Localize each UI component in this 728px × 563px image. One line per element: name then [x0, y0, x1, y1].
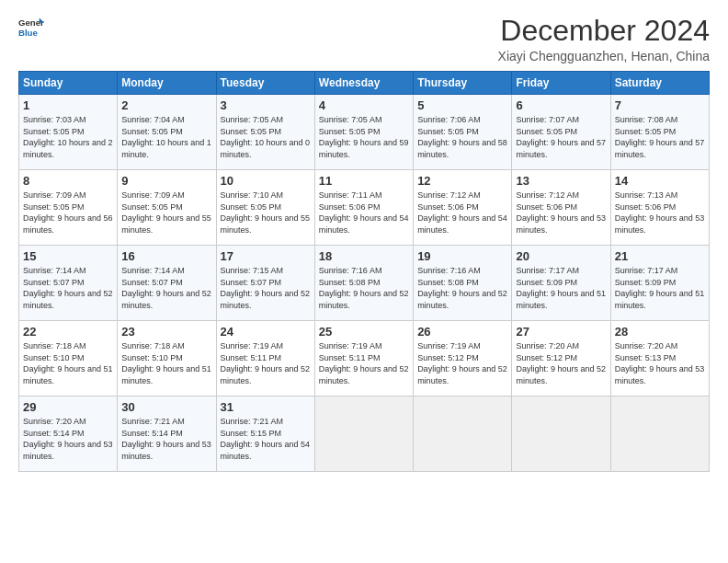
calendar-cell: 21Sunrise: 7:17 AMSunset: 5:09 PMDayligh…: [610, 246, 709, 321]
calendar-cell: 12Sunrise: 7:12 AMSunset: 5:06 PMDayligh…: [414, 170, 512, 246]
day-number: 26: [417, 325, 507, 339]
cell-info: Sunrise: 7:11 AMSunset: 5:06 PMDaylight:…: [319, 190, 409, 236]
svg-text:Blue: Blue: [18, 28, 38, 38]
calendar-cell: 5Sunrise: 7:06 AMSunset: 5:05 PMDaylight…: [414, 95, 512, 170]
cell-info: Sunrise: 7:17 AMSunset: 5:09 PMDaylight:…: [615, 265, 705, 311]
cell-info: Sunrise: 7:07 AMSunset: 5:05 PMDaylight:…: [516, 114, 606, 160]
calendar-cell: 22Sunrise: 7:18 AMSunset: 5:10 PMDayligh…: [19, 321, 118, 396]
day-number: 6: [516, 98, 606, 112]
day-number: 11: [319, 174, 409, 188]
day-number: 24: [221, 325, 311, 339]
day-number: 1: [23, 98, 113, 112]
cell-info: Sunrise: 7:19 AMSunset: 5:12 PMDaylight:…: [417, 340, 507, 386]
calendar-cell: 1Sunrise: 7:03 AMSunset: 5:05 PMDaylight…: [19, 95, 118, 170]
header-row: SundayMondayTuesdayWednesdayThursdayFrid…: [19, 72, 710, 95]
calendar-cell: 2Sunrise: 7:04 AMSunset: 5:05 PMDaylight…: [118, 95, 216, 170]
location: Xiayi Chengguanzhen, Henan, China: [498, 49, 710, 63]
day-number: 2: [121, 98, 211, 112]
calendar-cell: 14Sunrise: 7:13 AMSunset: 5:06 PMDayligh…: [610, 170, 709, 246]
calendar-cell: 4Sunrise: 7:05 AMSunset: 5:05 PMDaylight…: [314, 95, 413, 170]
calendar-table: SundayMondayTuesdayWednesdayThursdayFrid…: [18, 71, 710, 472]
calendar-cell: 17Sunrise: 7:15 AMSunset: 5:07 PMDayligh…: [216, 246, 314, 321]
day-number: 3: [221, 98, 311, 112]
day-number: 10: [221, 174, 311, 188]
header-cell-saturday: Saturday: [610, 72, 709, 95]
day-number: 21: [615, 249, 705, 263]
cell-info: Sunrise: 7:16 AMSunset: 5:08 PMDaylight:…: [319, 265, 409, 311]
calendar-cell: [414, 396, 512, 472]
day-number: 5: [417, 98, 507, 112]
day-number: 9: [121, 174, 211, 188]
cell-info: Sunrise: 7:12 AMSunset: 5:06 PMDaylight:…: [516, 190, 606, 236]
cell-info: Sunrise: 7:04 AMSunset: 5:05 PMDaylight:…: [121, 114, 211, 160]
day-number: 13: [516, 174, 606, 188]
calendar-cell: [610, 396, 709, 472]
calendar-cell: 20Sunrise: 7:17 AMSunset: 5:09 PMDayligh…: [512, 246, 610, 321]
week-row-3: 15Sunrise: 7:14 AMSunset: 5:07 PMDayligh…: [19, 246, 710, 321]
day-number: 25: [319, 325, 409, 339]
title-block: December 2024 Xiayi Chengguanzhen, Henan…: [498, 15, 710, 63]
day-number: 30: [121, 400, 211, 414]
calendar-cell: 11Sunrise: 7:11 AMSunset: 5:06 PMDayligh…: [314, 170, 413, 246]
calendar-cell: 13Sunrise: 7:12 AMSunset: 5:06 PMDayligh…: [512, 170, 610, 246]
calendar-cell: 10Sunrise: 7:10 AMSunset: 5:05 PMDayligh…: [216, 170, 314, 246]
cell-info: Sunrise: 7:14 AMSunset: 5:07 PMDaylight:…: [121, 265, 211, 311]
cell-info: Sunrise: 7:05 AMSunset: 5:05 PMDaylight:…: [319, 114, 409, 160]
calendar-cell: 28Sunrise: 7:20 AMSunset: 5:13 PMDayligh…: [610, 321, 709, 396]
day-number: 20: [516, 249, 606, 263]
calendar-cell: 30Sunrise: 7:21 AMSunset: 5:14 PMDayligh…: [118, 396, 216, 472]
calendar-cell: 24Sunrise: 7:19 AMSunset: 5:11 PMDayligh…: [216, 321, 314, 396]
day-number: 29: [23, 400, 113, 414]
cell-info: Sunrise: 7:14 AMSunset: 5:07 PMDaylight:…: [23, 265, 113, 311]
cell-info: Sunrise: 7:20 AMSunset: 5:12 PMDaylight:…: [516, 340, 606, 386]
day-number: 17: [221, 249, 311, 263]
cell-info: Sunrise: 7:03 AMSunset: 5:05 PMDaylight:…: [23, 114, 113, 160]
cell-info: Sunrise: 7:21 AMSunset: 5:14 PMDaylight:…: [121, 416, 211, 462]
day-number: 12: [417, 174, 507, 188]
calendar-cell: 29Sunrise: 7:20 AMSunset: 5:14 PMDayligh…: [19, 396, 118, 472]
calendar-cell: 31Sunrise: 7:21 AMSunset: 5:15 PMDayligh…: [216, 396, 314, 472]
calendar-cell: 19Sunrise: 7:16 AMSunset: 5:08 PMDayligh…: [414, 246, 512, 321]
cell-info: Sunrise: 7:16 AMSunset: 5:08 PMDaylight:…: [417, 265, 507, 311]
day-number: 22: [23, 325, 113, 339]
cell-info: Sunrise: 7:15 AMSunset: 5:07 PMDaylight:…: [221, 265, 311, 311]
header-cell-thursday: Thursday: [414, 72, 512, 95]
cell-info: Sunrise: 7:13 AMSunset: 5:06 PMDaylight:…: [615, 190, 705, 236]
day-number: 4: [319, 98, 409, 112]
calendar-cell: 8Sunrise: 7:09 AMSunset: 5:05 PMDaylight…: [19, 170, 118, 246]
header-cell-tuesday: Tuesday: [216, 72, 314, 95]
header-cell-sunday: Sunday: [19, 72, 118, 95]
day-number: 31: [221, 400, 311, 414]
day-number: 7: [615, 98, 705, 112]
header-cell-wednesday: Wednesday: [314, 72, 413, 95]
page: General Blue December 2024 Xiayi Chenggu…: [0, 0, 728, 563]
cell-info: Sunrise: 7:06 AMSunset: 5:05 PMDaylight:…: [417, 114, 507, 160]
header-cell-monday: Monday: [118, 72, 216, 95]
day-number: 14: [615, 174, 705, 188]
day-number: 19: [417, 249, 507, 263]
cell-info: Sunrise: 7:09 AMSunset: 5:05 PMDaylight:…: [23, 190, 113, 236]
day-number: 28: [615, 325, 705, 339]
calendar-cell: 9Sunrise: 7:09 AMSunset: 5:05 PMDaylight…: [118, 170, 216, 246]
header: General Blue December 2024 Xiayi Chenggu…: [18, 15, 710, 63]
calendar-cell: 7Sunrise: 7:08 AMSunset: 5:05 PMDaylight…: [610, 95, 709, 170]
week-row-1: 1Sunrise: 7:03 AMSunset: 5:05 PMDaylight…: [19, 95, 710, 170]
cell-info: Sunrise: 7:20 AMSunset: 5:13 PMDaylight:…: [615, 340, 705, 386]
cell-info: Sunrise: 7:17 AMSunset: 5:09 PMDaylight:…: [516, 265, 606, 311]
cell-info: Sunrise: 7:12 AMSunset: 5:06 PMDaylight:…: [417, 190, 507, 236]
cell-info: Sunrise: 7:09 AMSunset: 5:05 PMDaylight:…: [121, 190, 211, 236]
calendar-cell: 27Sunrise: 7:20 AMSunset: 5:12 PMDayligh…: [512, 321, 610, 396]
cell-info: Sunrise: 7:19 AMSunset: 5:11 PMDaylight:…: [221, 340, 311, 386]
day-number: 27: [516, 325, 606, 339]
calendar-cell: 26Sunrise: 7:19 AMSunset: 5:12 PMDayligh…: [414, 321, 512, 396]
cell-info: Sunrise: 7:19 AMSunset: 5:11 PMDaylight:…: [319, 340, 409, 386]
calendar-cell: [512, 396, 610, 472]
header-cell-friday: Friday: [512, 72, 610, 95]
cell-info: Sunrise: 7:10 AMSunset: 5:05 PMDaylight:…: [221, 190, 311, 236]
calendar-cell: 6Sunrise: 7:07 AMSunset: 5:05 PMDaylight…: [512, 95, 610, 170]
month-title: December 2024: [498, 15, 710, 47]
week-row-2: 8Sunrise: 7:09 AMSunset: 5:05 PMDaylight…: [19, 170, 710, 246]
week-row-4: 22Sunrise: 7:18 AMSunset: 5:10 PMDayligh…: [19, 321, 710, 396]
cell-info: Sunrise: 7:08 AMSunset: 5:05 PMDaylight:…: [615, 114, 705, 160]
day-number: 18: [319, 249, 409, 263]
